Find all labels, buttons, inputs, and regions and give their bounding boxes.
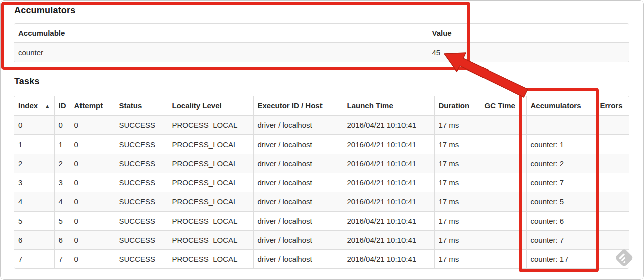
column-header-duration[interactable]: Duration [434,96,480,115]
cell-index: 5 [14,212,54,231]
cell-locality-level: PROCESS_LOCAL [168,192,253,212]
column-header-label: Index [18,101,38,110]
column-header-executor-id-host[interactable]: Executor ID / Host [253,96,343,115]
column-header-value[interactable]: Value [428,24,629,43]
cell-id: 2 [54,154,70,173]
task-row: 3 3 0 SUCCESS PROCESS_LOCAL driver / loc… [14,173,629,192]
cell-launch-time: 2016/04/21 10:10:41 [343,231,434,250]
cell-locality-level: PROCESS_LOCAL [168,115,253,135]
accumulators-header-row: Accumulable Value [14,24,629,43]
cell-accumulators: counter: 2 [526,154,596,173]
column-header-gc-time[interactable]: GC Time [480,96,526,115]
cell-status: SUCCESS [115,135,168,154]
cell-accumulators: counter: 6 [526,212,596,231]
cell-locality-level: PROCESS_LOCAL [168,212,253,231]
cell-errors [596,135,629,154]
cell-gc-time [480,192,526,212]
cell-status: SUCCESS [115,115,168,135]
accumulators-section-title: Accumulators [14,5,75,16]
column-header-label: Executor ID / Host [258,101,323,110]
cell-id: 5 [54,212,70,231]
cell-duration: 17 ms [434,212,480,231]
cell-status: SUCCESS [115,250,168,269]
column-header-label: Value [432,29,452,37]
cell-errors [596,212,629,231]
cell-executor-id-host: driver / localhost [253,115,343,135]
cell-errors [596,192,629,212]
cell-launch-time: 2016/04/21 10:10:41 [343,135,434,154]
cell-launch-time: 2016/04/21 10:10:41 [343,154,434,173]
cell-locality-level: PROCESS_LOCAL [168,231,253,250]
cell-duration: 17 ms [434,115,480,135]
cell-accumulators [526,115,596,135]
cell-accumulators: counter: 7 [526,231,596,250]
cell-attempt: 0 [70,231,115,250]
column-header-locality-level[interactable]: Locality Level [168,96,253,115]
column-header-accumulable[interactable]: Accumulable [14,24,428,43]
column-header-label: Locality Level [172,101,222,110]
cell-duration: 17 ms [434,250,480,269]
task-row: 7 7 0 SUCCESS PROCESS_LOCAL driver / loc… [14,250,629,269]
cell-accumulators: counter: 1 [526,135,596,154]
cell-accumulators: counter: 17 [526,250,596,269]
cell-locality-level: PROCESS_LOCAL [168,154,253,173]
cell-duration: 17 ms [434,135,480,154]
cell-status: SUCCESS [115,173,168,192]
sort-ascending-icon: ▲ [45,103,50,109]
column-header-label: Launch Time [347,101,393,110]
cell-index: 4 [14,192,54,212]
column-header-errors[interactable]: Errors [596,96,629,115]
column-header-id[interactable]: ID [54,96,70,115]
cell-locality-level: PROCESS_LOCAL [168,250,253,269]
cell-attempt: 0 [70,192,115,212]
column-header-accumulators[interactable]: Accumulators [526,96,596,115]
cell-status: SUCCESS [115,192,168,212]
cell-value: 45 [428,43,629,62]
cell-executor-id-host: driver / localhost [253,192,343,212]
cell-status: SUCCESS [115,154,168,173]
column-header-label: Attempt [74,101,103,110]
column-header-status[interactable]: Status [115,96,168,115]
cell-errors [596,250,629,269]
cell-duration: 17 ms [434,154,480,173]
cell-index: 3 [14,173,54,192]
cell-gc-time [480,231,526,250]
cell-accumulators: counter: 7 [526,173,596,192]
cell-attempt: 0 [70,135,115,154]
cell-accumulable: counter [14,43,428,62]
cell-duration: 17 ms [434,231,480,250]
column-header-index[interactable]: Index▲ [14,96,54,115]
task-row: 1 1 0 SUCCESS PROCESS_LOCAL driver / loc… [14,135,629,154]
cell-executor-id-host: driver / localhost [253,135,343,154]
cell-gc-time [480,212,526,231]
cell-gc-time [480,173,526,192]
cell-attempt: 0 [70,154,115,173]
cell-id: 1 [54,135,70,154]
column-header-attempt[interactable]: Attempt [70,96,115,115]
cell-id: 0 [54,115,70,135]
cell-gc-time [480,135,526,154]
cell-attempt: 0 [70,212,115,231]
cell-errors [596,154,629,173]
cell-index: 6 [14,231,54,250]
task-row: 5 5 0 SUCCESS PROCESS_LOCAL driver / loc… [14,212,629,231]
column-header-launch-time[interactable]: Launch Time [343,96,434,115]
cell-executor-id-host: driver / localhost [253,231,343,250]
cell-launch-time: 2016/04/21 10:10:41 [343,115,434,135]
cell-errors [596,173,629,192]
cell-attempt: 0 [70,250,115,269]
column-header-label: GC Time [485,101,515,110]
cell-errors [596,115,629,135]
cell-attempt: 0 [70,115,115,135]
cell-id: 6 [54,231,70,250]
task-row: 0 0 0 SUCCESS PROCESS_LOCAL driver / loc… [14,115,629,135]
tasks-table: Index▲ ID Attempt Status Locality Level … [14,96,629,269]
cell-locality-level: PROCESS_LOCAL [168,135,253,154]
cell-executor-id-host: driver / localhost [253,212,343,231]
cell-errors [596,231,629,250]
column-header-label: Errors [600,101,623,110]
cell-launch-time: 2016/04/21 10:10:41 [343,250,434,269]
task-row: 6 6 0 SUCCESS PROCESS_LOCAL driver / loc… [14,231,629,250]
cell-gc-time [480,115,526,135]
column-header-label: Accumulable [18,29,65,37]
